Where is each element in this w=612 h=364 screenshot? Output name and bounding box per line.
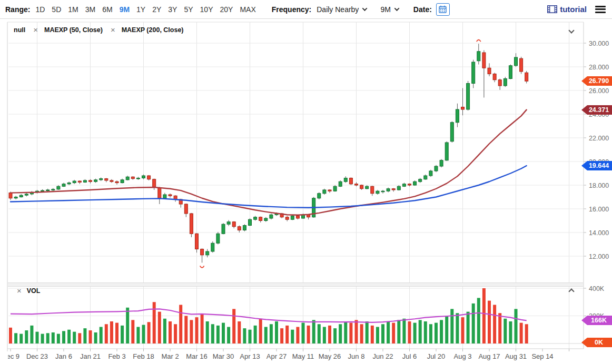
last-price-badge: 26.790	[581, 76, 612, 86]
indicator-label: MAEXP (50, Close)	[44, 26, 103, 34]
chart-canvas[interactable]: 30.00028.00026.00024.00022.00020.00018.0…	[0, 0, 612, 364]
svg-text:Dec 23: Dec 23	[26, 352, 48, 360]
svg-text:Apr 13: Apr 13	[240, 352, 260, 360]
svg-text:Aug 17: Aug 17	[478, 352, 500, 360]
svg-text:Feb 18: Feb 18	[133, 352, 154, 360]
svg-text:16.000: 16.000	[589, 206, 609, 213]
indicator-chip-row: null×MAEXP (50, Close)×MAEXP (200, Close…	[14, 26, 184, 34]
indicator-chip-2[interactable]: MAEXP (200, Close)	[122, 26, 184, 34]
svg-text:Mar 30: Mar 30	[213, 352, 234, 360]
last-volume-badge: 0K	[581, 338, 612, 347]
indicator-label: MAEXP (200, Close)	[122, 26, 184, 34]
volume-ma-badge: 166K	[581, 316, 612, 325]
svg-text:May 11: May 11	[292, 352, 314, 360]
indicator-chip-1[interactable]: MAEXP (50, Close)×	[44, 26, 115, 34]
svg-text:400K: 400K	[589, 285, 605, 292]
svg-text:Jan 6: Jan 6	[55, 352, 72, 360]
svg-text:Mar 2: Mar 2	[161, 352, 179, 360]
svg-text:Sep 14: Sep 14	[531, 352, 553, 360]
svg-text:Dec 9: Dec 9	[2, 352, 19, 360]
expand-volume-pane-chevron-up-icon[interactable]	[569, 287, 574, 292]
svg-text:30.000: 30.000	[589, 40, 609, 47]
svg-text:28.000: 28.000	[589, 64, 609, 71]
svg-text:May 26: May 26	[319, 352, 341, 360]
collapse-price-pane-chevron-down-icon[interactable]	[569, 28, 574, 33]
svg-text:Apr 27: Apr 27	[266, 352, 287, 360]
svg-text:Jun 22: Jun 22	[372, 352, 393, 360]
indicator-chip-0[interactable]: null×	[14, 26, 38, 34]
svg-text:Aug 3: Aug 3	[454, 352, 472, 360]
ma50-value-badge: 24.371	[581, 105, 612, 115]
close-icon[interactable]: ×	[111, 27, 115, 33]
svg-text:18.000: 18.000	[589, 182, 609, 189]
svg-text:Mar 16: Mar 16	[186, 352, 207, 360]
svg-text:Jan 21: Jan 21	[80, 352, 101, 360]
svg-text:26.000: 26.000	[589, 87, 609, 95]
ma200-value-badge: 19.644	[581, 161, 612, 170]
close-icon[interactable]: ×	[33, 27, 38, 33]
svg-text:22.000: 22.000	[589, 135, 609, 142]
charting-app: Range: 1D5D1M3M6M9M1Y2Y3Y5Y10Y20YMAX Fre…	[0, 0, 612, 364]
svg-text:Jun 8: Jun 8	[348, 352, 365, 360]
indicator-label: null	[14, 26, 25, 34]
svg-text:Jul 20: Jul 20	[427, 352, 446, 360]
volume-indicator-chip[interactable]: × VOL	[17, 287, 40, 295]
close-icon[interactable]: ×	[17, 288, 22, 294]
svg-text:14.000: 14.000	[589, 229, 609, 237]
svg-text:Jul 6: Jul 6	[402, 352, 417, 360]
svg-text:Feb 3: Feb 3	[108, 352, 125, 360]
svg-text:Aug 31: Aug 31	[505, 352, 527, 360]
volume-label: VOL	[27, 287, 41, 295]
svg-text:12.000: 12.000	[589, 253, 609, 260]
